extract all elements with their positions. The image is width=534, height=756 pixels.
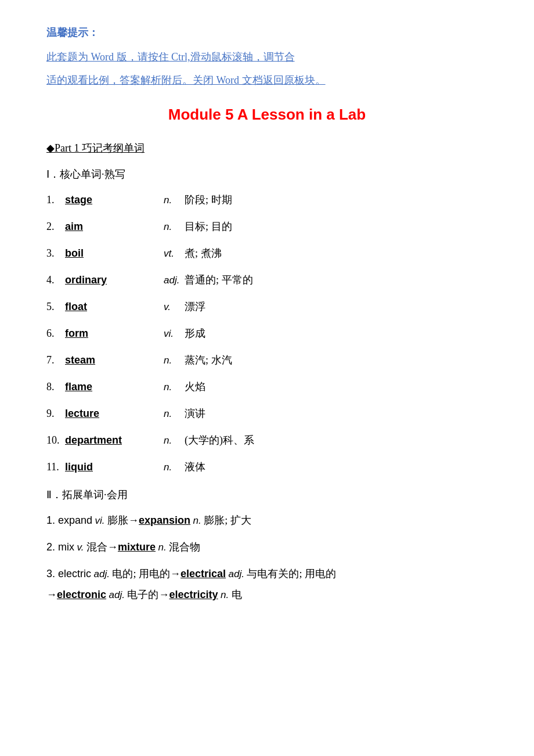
word-entry: 4.ordinaryadj. 普通的; 平常的	[46, 269, 488, 290]
word-pos: v.	[164, 297, 185, 317]
word-entry: 3.boilvt. 煮; 煮沸	[46, 243, 488, 264]
word-entry: 1.stagen. 阶段; 时期	[46, 189, 488, 210]
section1-title: Ⅰ．核心单词·熟写	[46, 165, 488, 183]
expand-derived-en: mixture	[118, 541, 156, 553]
word-number: 10.	[46, 430, 65, 451]
expand-derived-pos: n.	[158, 542, 167, 553]
expand-derived-pos: n.	[193, 515, 201, 526]
word-list-section1: 1.stagen. 阶段; 时期2.aimn. 目标; 目的3.boilvt. …	[46, 189, 488, 477]
word-entry: 8.flamen. 火焰	[46, 376, 488, 397]
expand-derived-pos3: n.	[221, 589, 229, 600]
expand-entry: 3. electric adj. 电的; 用电的→electrical adj.…	[46, 563, 488, 605]
word-chinese: 阶段; 时期	[185, 189, 232, 210]
expand-base-pos: vi.	[95, 515, 105, 526]
word-english: float	[65, 296, 164, 317]
word-number: 8.	[46, 376, 65, 397]
expand-derived-en: expansion	[139, 514, 190, 526]
expand-base-pos: adj.	[94, 568, 110, 579]
word-pos: n.	[164, 377, 185, 397]
word-pos: vt.	[164, 244, 185, 264]
expand-base-en: 2. mix	[46, 541, 74, 553]
word-chinese: 煮; 煮沸	[185, 243, 222, 264]
expand-base-en: 1. expand	[46, 514, 92, 526]
word-pos: n.	[164, 431, 185, 451]
expand-base-pos: v.	[77, 542, 84, 553]
module-title: Module 5 A Lesson in a Lab	[46, 101, 488, 128]
word-entry: 6.formvi. 形成	[46, 323, 488, 344]
word-pos: n.	[164, 217, 185, 237]
expand-base-en: 3. electric	[46, 568, 91, 579]
word-english: lecture	[65, 403, 164, 424]
word-chinese: 普通的; 平常的	[185, 269, 253, 290]
word-english: stage	[65, 189, 164, 210]
word-chinese: 蒸汽; 水汽	[185, 350, 232, 370]
word-number: 5.	[46, 296, 65, 317]
part1-title: ◆Part 1 巧记考纲单词	[46, 139, 488, 157]
word-entry: 10.departmentn. (大学的)科、系	[46, 430, 488, 451]
expand-derived-en3: electricity	[169, 589, 218, 600]
word-english: department	[65, 430, 164, 451]
word-number: 7.	[46, 350, 65, 370]
word-entry: 2.aimn. 目标; 目的	[46, 216, 488, 237]
word-english: boil	[65, 243, 164, 264]
word-english: form	[65, 323, 164, 344]
word-entry: 9.lecturen. 演讲	[46, 403, 488, 424]
expand-derived-en2: electronic	[57, 589, 106, 600]
instruction-link-1[interactable]: 此套题为 Word 版，请按住 Ctrl,滑动鼠标滚轴，调节合	[46, 46, 488, 67]
word-chinese: 目标; 目的	[185, 216, 232, 237]
word-english: steam	[65, 350, 164, 370]
word-list-section2: 1. expand vi. 膨胀→expansion n. 膨胀; 扩大2. m…	[46, 510, 488, 605]
word-pos: n.	[164, 190, 185, 210]
word-entry: 11.liquidn. 液体	[46, 456, 488, 477]
expand-derived-pos2: adj.	[109, 589, 125, 600]
word-pos: n.	[164, 458, 185, 477]
section2-title: Ⅱ．拓展单词·会用	[46, 485, 488, 504]
word-pos: vi.	[164, 324, 185, 344]
instruction-link-2[interactable]: 适的观看比例，答案解析附后。关闭 Word 文档返回原板块。	[46, 70, 488, 91]
word-english: liquid	[65, 456, 164, 477]
word-chinese: 漂浮	[185, 296, 205, 317]
word-pos: n.	[164, 351, 185, 370]
word-number: 6.	[46, 323, 65, 344]
word-english: ordinary	[65, 269, 164, 290]
word-chinese: (大学的)科、系	[185, 430, 254, 451]
word-number: 9.	[46, 403, 65, 424]
word-number: 11.	[46, 456, 65, 477]
word-entry: 7.steamn. 蒸汽; 水汽	[46, 350, 488, 370]
word-number: 2.	[46, 216, 65, 237]
word-pos: adj.	[164, 271, 185, 290]
word-chinese: 演讲	[185, 403, 205, 424]
expand-derived-pos1: adj.	[229, 568, 244, 579]
expand-derived-en1: electrical	[181, 568, 226, 579]
word-pos: n.	[164, 404, 185, 424]
word-number: 3.	[46, 243, 65, 264]
expand-entry: 1. expand vi. 膨胀→expansion n. 膨胀; 扩大	[46, 510, 488, 531]
word-number: 1.	[46, 189, 65, 210]
expand-entry: 2. mix v. 混合→mixture n. 混合物	[46, 537, 488, 557]
word-entry: 5.floatv. 漂浮	[46, 296, 488, 317]
word-chinese: 火焰	[185, 376, 205, 397]
word-english: aim	[65, 216, 164, 237]
word-chinese: 形成	[185, 323, 205, 344]
warm-tip-label: 温馨提示：	[46, 23, 488, 42]
word-english: flame	[65, 376, 164, 397]
word-number: 4.	[46, 269, 65, 290]
word-chinese: 液体	[185, 456, 205, 477]
